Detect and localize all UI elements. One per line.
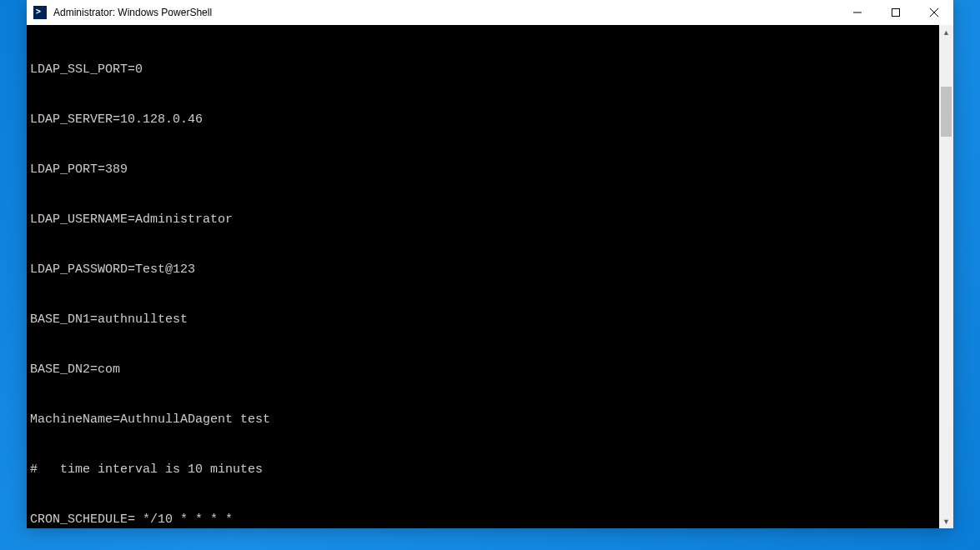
config-line: # time interval is 10 minutes: [30, 462, 939, 478]
config-line: LDAP_SERVER=10.128.0.46: [30, 112, 939, 128]
titlebar[interactable]: Administrator: Windows PowerShell: [27, 0, 953, 25]
config-line: MachineName=AuthnullADagent test: [30, 412, 939, 428]
scroll-thumb[interactable]: [941, 87, 952, 137]
window-buttons: [838, 0, 953, 25]
config-line: CRON_SCHEDULE= */10 * * * *: [30, 512, 939, 528]
config-line: LDAP_PORT=389: [30, 162, 939, 178]
close-icon: [930, 8, 938, 17]
powershell-window: Administrator: Windows PowerShell LDAP_S…: [27, 0, 953, 528]
scrollbar[interactable]: ▲ ▼: [939, 25, 953, 528]
scroll-down-button[interactable]: ▼: [939, 514, 953, 528]
close-button[interactable]: [915, 0, 953, 25]
minimize-button[interactable]: [838, 0, 877, 25]
config-line: BASE_DN2=com: [30, 362, 939, 378]
client-area: LDAP_SSL_PORT=0 LDAP_SERVER=10.128.0.46 …: [27, 25, 953, 528]
config-line: LDAP_SSL_PORT=0: [30, 62, 939, 78]
powershell-icon: [33, 6, 47, 19]
svg-rect-1: [892, 9, 900, 17]
terminal[interactable]: LDAP_SSL_PORT=0 LDAP_SERVER=10.128.0.46 …: [27, 25, 939, 528]
maximize-icon: [892, 8, 900, 17]
config-line: LDAP_PASSWORD=Test@123: [30, 262, 939, 278]
minimize-icon: [853, 8, 862, 17]
maximize-button[interactable]: [877, 0, 915, 25]
config-line: BASE_DN1=authnulltest: [30, 312, 939, 328]
window-title: Administrator: Windows PowerShell: [53, 7, 838, 18]
scroll-up-button[interactable]: ▲: [939, 25, 953, 39]
config-line: LDAP_USERNAME=Administrator: [30, 212, 939, 228]
